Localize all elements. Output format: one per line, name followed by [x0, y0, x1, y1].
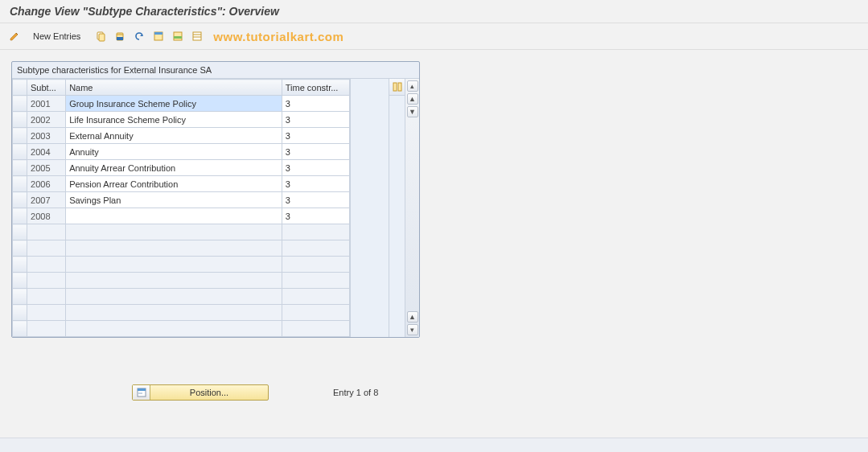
new-entries-button[interactable]: New Entries [26, 28, 88, 44]
row-selector[interactable] [13, 192, 27, 208]
table-row[interactable]: 2006Pension Arrear Contribution3 [13, 176, 350, 192]
cell-name[interactable] [66, 273, 282, 289]
cell-subtype[interactable] [27, 273, 66, 289]
scroll-up-icon[interactable]: ▲ [407, 93, 418, 105]
cell-name[interactable]: Savings Plan [66, 192, 282, 208]
cell-time[interactable]: 3 [282, 176, 349, 192]
cell-time[interactable]: 3 [282, 112, 349, 128]
scroll-bottom-icon[interactable]: ▾ [407, 324, 418, 335]
cell-name[interactable]: Annuity [66, 144, 282, 160]
cell-time[interactable]: 3 [282, 160, 349, 176]
table-row[interactable] [13, 240, 350, 257]
table-row[interactable] [13, 305, 350, 321]
deselect-all-icon[interactable] [189, 28, 205, 44]
col-subtype[interactable]: Subt... [27, 80, 66, 96]
row-selector[interactable] [13, 160, 27, 176]
cell-name[interactable] [66, 257, 282, 273]
table-row[interactable] [13, 224, 350, 240]
cell-subtype[interactable] [27, 257, 66, 273]
cell-time[interactable] [282, 289, 349, 305]
col-name[interactable]: Name [66, 80, 282, 96]
table-spacer [350, 79, 389, 337]
table-row[interactable]: 2001Group Insurance Scheme Policy3 [13, 96, 350, 112]
cell-subtype[interactable]: 2008 [27, 208, 66, 224]
cell-name[interactable]: Pension Arrear Contribution [66, 176, 282, 192]
cell-subtype[interactable] [27, 289, 66, 305]
row-selector[interactable] [13, 176, 27, 192]
cell-name[interactable] [66, 321, 282, 337]
cell-name[interactable]: Annuity Arrear Contribution [66, 160, 282, 176]
svg-rect-12 [393, 83, 397, 91]
table-header-row: Subt... Name Time constr... [13, 80, 350, 96]
scroll-up2-icon[interactable]: ▲ [407, 311, 418, 323]
table-row[interactable]: 2002Life Insurance Scheme Policy3 [13, 112, 350, 128]
cell-name[interactable]: Life Insurance Scheme Policy [66, 112, 282, 128]
table-row[interactable] [13, 321, 350, 337]
row-selector[interactable] [13, 128, 27, 144]
cell-time[interactable] [282, 257, 349, 273]
cell-name[interactable] [66, 289, 282, 305]
row-selector[interactable] [13, 224, 27, 240]
select-all-icon[interactable] [150, 28, 167, 44]
configure-columns-icon[interactable] [389, 79, 405, 96]
cell-subtype[interactable] [27, 305, 66, 321]
cell-name[interactable] [66, 240, 282, 257]
cell-time[interactable] [282, 240, 349, 257]
row-selector[interactable] [13, 273, 27, 289]
cell-time[interactable] [282, 321, 349, 337]
select-block-icon[interactable] [170, 28, 186, 44]
toggle-change-icon[interactable] [6, 28, 23, 44]
delete-icon[interactable] [112, 28, 128, 44]
row-selector[interactable] [13, 208, 27, 224]
table-row[interactable]: 2003External Annuity3 [13, 128, 350, 144]
table-row[interactable]: 20083 [13, 208, 350, 224]
table-row[interactable]: 2005Annuity Arrear Contribution3 [13, 160, 350, 176]
col-time-constraint[interactable]: Time constr... [282, 80, 349, 96]
cell-subtype[interactable]: 2006 [27, 176, 66, 192]
cell-subtype[interactable]: 2001 [27, 96, 66, 112]
vertical-scrollbar[interactable]: ▴ ▲ ▼ ▲ ▾ [405, 79, 419, 337]
row-selector[interactable] [13, 289, 27, 305]
cell-name[interactable]: External Annuity [66, 128, 282, 144]
cell-subtype[interactable] [27, 321, 66, 337]
table-row[interactable]: 2004Annuity3 [13, 144, 350, 160]
cell-name[interactable]: Group Insurance Scheme Policy [66, 96, 282, 112]
toolbar: New Entries www.tutorialkart.com [0, 25, 868, 47]
row-selector[interactable] [13, 321, 27, 337]
cell-time[interactable]: 3 [282, 144, 349, 160]
row-selector[interactable] [13, 96, 27, 112]
row-selector[interactable] [13, 240, 27, 257]
cell-name[interactable] [66, 305, 282, 321]
row-selector[interactable] [13, 257, 27, 273]
config-column [389, 79, 405, 337]
cell-time[interactable] [282, 273, 349, 289]
table-row[interactable]: 2007Savings Plan3 [13, 192, 350, 208]
cell-time[interactable]: 3 [282, 192, 349, 208]
cell-subtype[interactable] [27, 240, 66, 257]
undo-icon[interactable] [131, 28, 147, 44]
copy-icon[interactable] [93, 28, 109, 44]
cell-time[interactable] [282, 305, 349, 321]
row-selector[interactable] [13, 144, 27, 160]
cell-subtype[interactable]: 2005 [27, 160, 66, 176]
cell-time[interactable] [282, 224, 349, 240]
scroll-top-icon[interactable]: ▴ [407, 80, 418, 92]
table-row[interactable] [13, 289, 350, 305]
table-row[interactable] [13, 273, 350, 289]
cell-name[interactable] [66, 208, 282, 224]
cell-subtype[interactable]: 2004 [27, 144, 66, 160]
cell-subtype[interactable]: 2003 [27, 128, 66, 144]
cell-time[interactable]: 3 [282, 208, 349, 224]
select-all-header[interactable] [13, 80, 27, 96]
table-row[interactable] [13, 257, 350, 273]
position-button[interactable]: Position... [132, 384, 269, 401]
row-selector[interactable] [13, 112, 27, 128]
cell-subtype[interactable]: 2002 [27, 112, 66, 128]
scroll-down-icon[interactable]: ▼ [407, 106, 418, 117]
cell-subtype[interactable]: 2007 [27, 192, 66, 208]
cell-name[interactable] [66, 224, 282, 240]
cell-time[interactable]: 3 [282, 96, 349, 112]
row-selector[interactable] [13, 305, 27, 321]
cell-time[interactable]: 3 [282, 128, 349, 144]
cell-subtype[interactable] [27, 224, 66, 240]
